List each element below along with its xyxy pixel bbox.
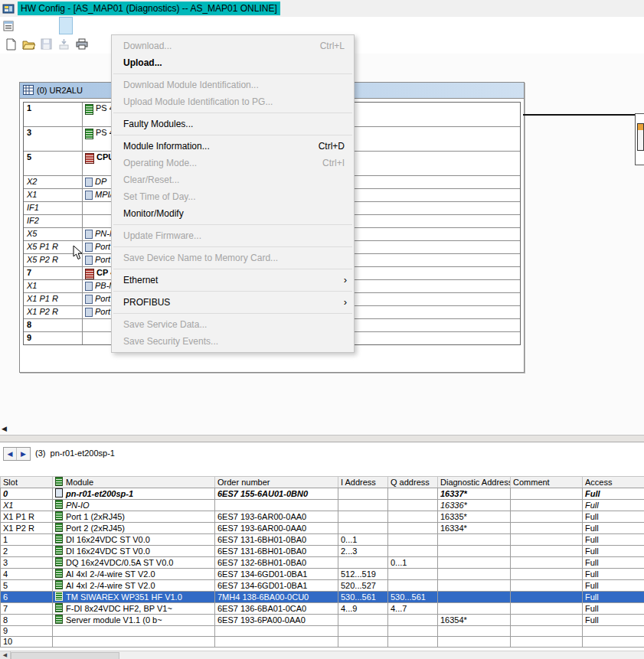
plc-menu-item[interactable]: Save Service Data... xyxy=(112,316,354,333)
cell-access: Full xyxy=(583,580,644,592)
cell-diagnostic-address: 16354* xyxy=(438,615,511,626)
cell-i-address: 0...1 xyxy=(338,534,388,546)
open-station-icon[interactable] xyxy=(21,36,37,52)
cell-access: Full xyxy=(583,488,644,500)
plc-menu-item[interactable]: Download Module Identification... xyxy=(112,77,354,93)
col-diagnostic-address[interactable]: Diagnostic Address xyxy=(438,477,511,488)
plc-menu-item[interactable] xyxy=(113,269,352,269)
plc-menu-item[interactable] xyxy=(113,313,352,314)
cell-order-number xyxy=(215,500,338,511)
cell-q-address: 4...7 xyxy=(388,603,438,615)
horizontal-scrollbar[interactable]: ◀ xyxy=(0,651,644,659)
titlebar[interactable]: HW Config - [AS_MAP01 (Diagnostics) -- A… xyxy=(0,0,644,18)
plc-menu-item[interactable]: Ethernet › xyxy=(112,272,354,289)
table-row[interactable]: 6 TM SIWAREX WP351 HF V1.0 7MH4 138-6BA0… xyxy=(1,592,644,603)
menubar-item[interactable] xyxy=(59,17,73,34)
plc-menu-item[interactable] xyxy=(113,135,352,135)
module-icon xyxy=(55,511,63,520)
col-module[interactable]: Module xyxy=(53,477,215,488)
plc-menu-item[interactable] xyxy=(113,113,352,113)
plc-menu-item[interactable]: Upload... xyxy=(112,54,354,71)
print-icon[interactable] xyxy=(74,36,90,52)
menubar-item[interactable] xyxy=(31,17,45,34)
menu-item-shortcut: Ctrl+I xyxy=(322,155,345,171)
download-icon[interactable] xyxy=(56,36,72,52)
plc-menu-item[interactable]: Module Information... Ctrl+D xyxy=(112,138,354,155)
ethernet-line xyxy=(523,114,635,116)
cell-diagnostic-address: 16336* xyxy=(438,500,511,511)
plc-menu-item[interactable]: Clear/Reset... xyxy=(112,171,354,188)
table-row[interactable]: X1 P2 R Port 2 (2xRJ45) 6ES7 193-6AR00-0… xyxy=(1,523,644,534)
cell-slot: 4 xyxy=(1,569,53,580)
cell-diagnostic-address xyxy=(438,569,511,580)
scrollbar-thumb[interactable] xyxy=(11,652,119,659)
table-row[interactable]: 4 AI 4xI 2-/4-wire ST V2.0 6ES7 134-6GD0… xyxy=(1,569,644,580)
table-row[interactable]: 10 xyxy=(1,637,644,648)
menubar-item[interactable] xyxy=(87,17,100,34)
nav-back-icon: ◀ xyxy=(8,450,13,458)
plc-menu-item[interactable] xyxy=(113,73,352,74)
cell-module: AI 4xI 2-/4-wire ST V2.0 xyxy=(53,580,215,592)
plc-menu-item[interactable]: Save Security Events... xyxy=(112,333,354,350)
col-q-address[interactable]: Q address xyxy=(388,477,438,488)
table-row[interactable]: 2 DI 16x24VDC ST V0.0 6ES7 131-6BH01-0BA… xyxy=(1,546,644,557)
cell-module: DI 16x24VDC ST V0.0 xyxy=(53,546,215,557)
table-row[interactable]: 3 DQ 16x24VDC/0.5A ST V0.0 6ES7 132-6BH0… xyxy=(1,557,644,569)
plc-menu-item[interactable]: Faulty Modules... xyxy=(112,116,354,132)
table-row[interactable]: 9 xyxy=(1,626,644,637)
menubar-item[interactable] xyxy=(73,17,87,34)
new-station-icon[interactable] xyxy=(3,36,19,52)
plc-menu-item[interactable]: Monitor/Modify xyxy=(112,205,354,222)
pane-splitter[interactable] xyxy=(0,435,644,442)
menubar-item[interactable] xyxy=(45,17,59,34)
plc-menu-item[interactable]: Download... Ctrl+L xyxy=(112,38,354,54)
table-row[interactable]: 7 F-DI 8x24VDC HF2, BP V1~ 6ES7 136-6BA0… xyxy=(1,603,644,615)
col-order-number[interactable]: Order number xyxy=(215,477,338,488)
table-row[interactable]: 0 pn-r01-et200sp-1 6ES7 155-6AU01-0BN0 1… xyxy=(1,488,644,500)
col-i-address[interactable]: I Address xyxy=(338,477,388,488)
rack-module-label: Port xyxy=(95,242,110,251)
plc-menu-item[interactable]: Update Firmware... xyxy=(112,227,354,244)
save-icon[interactable] xyxy=(38,36,54,52)
cell-order-number: 6ES7 134-6GD01-0BA1 xyxy=(215,569,338,580)
scroll-left-icon[interactable]: ◀ xyxy=(2,426,7,432)
table-row[interactable]: 8 Server module V1.1 (0 b~ 6ES7 193-6PA0… xyxy=(1,615,644,626)
menubar-item[interactable] xyxy=(114,17,128,34)
table-row[interactable]: 5 AI 4xI 2-/4-wire ST V2.0 6ES7 134-6GD0… xyxy=(1,580,644,592)
table-row[interactable]: 1 DI 16x24VDC ST V0.0 6ES7 131-6BH01-0BA… xyxy=(1,534,644,546)
menubar-item[interactable] xyxy=(18,17,31,34)
module-icon xyxy=(85,153,94,164)
nav-forward-icon: ▶ xyxy=(21,450,26,458)
cell-comment xyxy=(511,615,583,626)
plc-menu-item[interactable]: Set Time of Day... xyxy=(112,188,354,205)
nav-forward-button[interactable]: ▶ xyxy=(17,448,30,460)
cell-order-number xyxy=(215,626,338,637)
table-row[interactable]: X1 PN-IO 16336* Full xyxy=(1,500,644,511)
cell-slot: 9 xyxy=(1,626,53,637)
col-comment[interactable]: Comment xyxy=(511,477,583,488)
plc-menu-item[interactable]: Upload Module Identification to PG... xyxy=(112,93,354,110)
module-header-icon xyxy=(55,477,63,486)
cell-module-label: pn-r01-et200sp-1 xyxy=(66,489,133,498)
plc-menu-item[interactable]: Save Device Name to Memory Card... xyxy=(112,250,354,266)
plc-menu-item[interactable] xyxy=(113,224,352,225)
cell-slot: 1 xyxy=(1,534,53,546)
cell-slot: 10 xyxy=(1,637,53,648)
module-icon xyxy=(85,308,93,317)
col-access[interactable]: Access xyxy=(583,477,644,488)
module-icon xyxy=(85,129,93,139)
plc-menu-item[interactable] xyxy=(113,291,352,292)
col-slot[interactable]: Slot xyxy=(1,477,53,488)
plc-menu-item[interactable]: Operating Mode... Ctrl+I xyxy=(112,155,354,171)
plc-menu-item[interactable] xyxy=(113,246,352,247)
child-window-icon[interactable] xyxy=(3,17,14,34)
cell-module: F-DI 8x24VDC HF2, BP V1~ xyxy=(53,603,215,615)
plc-menu-item[interactable]: PROFIBUS › xyxy=(112,294,354,311)
menubar-items xyxy=(18,17,128,34)
menubar-item[interactable] xyxy=(100,17,114,34)
table-row[interactable]: X1 P1 R Port 1 (2xRJ45) 6ES7 193-6AR00-0… xyxy=(1,511,644,523)
cell-module-label: Port 1 (2xRJ45) xyxy=(66,512,125,521)
scrollbar-left-icon[interactable]: ◀ xyxy=(0,651,11,659)
module-icon xyxy=(55,569,63,578)
nav-back-button[interactable]: ◀ xyxy=(4,448,17,460)
